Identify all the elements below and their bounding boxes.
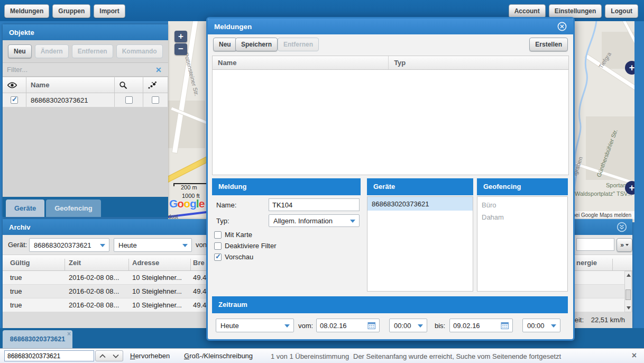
kommando-button[interactable]: Kommando: [116, 44, 163, 58]
name-column-header[interactable]: Name: [26, 77, 115, 93]
zeitraum-preset-select[interactable]: Heute: [216, 319, 294, 332]
vom-date-field[interactable]: 08.02.16: [316, 319, 380, 332]
einstellungen-button[interactable]: Einstellungen: [549, 4, 602, 18]
dialog-entfernen-button[interactable]: Entfernen: [278, 38, 319, 51]
gruppen-button[interactable]: Gruppen: [52, 4, 90, 18]
geofencing-list-item[interactable]: Büro: [477, 199, 567, 211]
device-tab-label: 868683020373621: [10, 335, 65, 343]
geraete-listbox: 868683020373621: [367, 196, 473, 292]
zoom-in-button[interactable]: +: [174, 31, 187, 42]
eye-icon: [7, 81, 17, 89]
geofencing-list-item[interactable]: Daham: [477, 211, 567, 223]
col-name: Name: [213, 56, 389, 69]
logout-button[interactable]: Logout: [605, 4, 638, 18]
chevron-down-icon: [350, 220, 355, 223]
archiv-scrollbar[interactable]: [624, 271, 632, 312]
highlight-all-toggle[interactable]: Hervorheben: [130, 352, 170, 360]
dialog-titlebar[interactable]: Meldungen: [208, 19, 573, 34]
chevron-down-icon: [284, 324, 290, 328]
col-breite-clipped: Bre: [193, 259, 205, 267]
tab-geofencing[interactable]: Geofencing: [46, 199, 101, 217]
scrollbar-thumb[interactable]: [625, 289, 631, 300]
map-attribution[interactable]: bei Google Maps melden: [569, 211, 634, 219]
meldung-name-input[interactable]: [269, 198, 360, 211]
scroll-up-icon[interactable]: [627, 274, 631, 277]
vom-time-select[interactable]: 00:00: [389, 319, 427, 332]
account-button[interactable]: Account: [509, 4, 546, 18]
device-row[interactable]: 868683020373621: [3, 93, 168, 107]
col-adresse: Adresse: [132, 259, 159, 267]
google-logo: Google: [169, 197, 204, 210]
typ-select[interactable]: Allgem. Information: [269, 214, 360, 227]
device-select[interactable]: 868683020373621: [29, 238, 109, 252]
bis-time-select[interactable]: 00:00: [522, 319, 560, 332]
collapse-panel-icon[interactable]: [617, 222, 627, 234]
entfernen-button[interactable]: Entfernen: [72, 44, 113, 58]
aendern-button[interactable]: Ändern: [35, 44, 69, 58]
archiv-panel-title: Archiv: [9, 223, 30, 231]
vorschau-checkbox[interactable]: [214, 253, 222, 261]
find-status-message: Der Seitenanfang wurde erreicht, Suche v…: [353, 352, 561, 360]
calendar-icon[interactable]: [367, 322, 376, 330]
find-previous-button[interactable]: [95, 350, 109, 361]
meldungen-table: Name Typ: [212, 56, 569, 175]
more-columns-button[interactable]: »: [617, 238, 632, 252]
map-zoom-control: + −: [174, 31, 187, 56]
dialog-erstellen-button[interactable]: Erstellen: [529, 38, 568, 51]
find-next-button[interactable]: [109, 350, 123, 361]
col-typ: Typ: [389, 56, 568, 69]
vorschau-option[interactable]: Vorschau: [214, 253, 253, 261]
bis-date-field[interactable]: 09.02.16: [449, 319, 513, 332]
dialog-title: Meldungen: [214, 23, 252, 31]
chevron-down-icon: [551, 324, 556, 328]
mit-karte-checkbox[interactable]: [214, 231, 222, 239]
chevron-up-icon: [99, 354, 106, 358]
objekte-table-header: Name: [3, 77, 168, 93]
deaktiviere-filter-option[interactable]: Deaktiviere Filter: [214, 242, 277, 250]
bis-label: bis:: [435, 322, 445, 330]
device-name: 868683020373621: [26, 93, 115, 107]
dialog-speichern-button[interactable]: Speichern: [235, 38, 278, 51]
clear-filter-icon[interactable]: ✕: [155, 66, 168, 74]
device-tab[interactable]: 868683020373621 ×: [3, 330, 72, 348]
follow-column-header[interactable]: [115, 77, 143, 93]
deaktiviere-filter-checkbox[interactable]: [214, 242, 222, 250]
dialog-toolbar: Neu Speichern Entfernen Erstellen: [208, 34, 573, 55]
tab-geraete[interactable]: Geräte: [6, 199, 44, 217]
geraet-label: Gerät:: [8, 241, 27, 249]
meldungen-button[interactable]: Meldungen: [4, 4, 49, 18]
trace-column-header[interactable]: [143, 77, 168, 93]
meldung-section-header: Meldung: [212, 178, 361, 195]
find-input[interactable]: [4, 350, 94, 361]
scroll-down-icon[interactable]: [627, 306, 631, 310]
col-energie-clipped: nergie: [576, 259, 597, 267]
dialog-neu-button[interactable]: Neu: [213, 38, 237, 51]
col-zeit: Zeit: [69, 259, 81, 267]
range-select[interactable]: Heute: [114, 238, 192, 252]
trace-checkbox[interactable]: [152, 96, 159, 104]
mit-karte-option[interactable]: Mit Karte: [214, 231, 252, 239]
neu-button[interactable]: Neu: [8, 44, 32, 58]
match-case-toggle[interactable]: Groß-/Kleinschreibung: [184, 352, 253, 360]
tab-close-icon[interactable]: ×: [67, 330, 71, 338]
match-count: 1 von 1 Übereinstimmung: [271, 352, 349, 360]
speed-value: 22,51 km/h: [591, 316, 625, 324]
import-button[interactable]: Import: [94, 4, 125, 18]
visibility-checkbox[interactable]: [11, 96, 18, 104]
follow-checkbox[interactable]: [125, 96, 133, 104]
vom-label: vom:: [298, 322, 313, 330]
chevron-down-icon: [625, 244, 629, 246]
meldungen-dialog: Meldungen Neu Speichern Entfernen Erstel…: [206, 17, 575, 341]
calendar-icon[interactable]: [501, 322, 509, 330]
close-icon[interactable]: [557, 22, 567, 33]
search-icon: [119, 81, 127, 89]
visibility-column-header[interactable]: [3, 77, 26, 93]
find-close-icon[interactable]: ×: [632, 351, 637, 360]
zeitraum-section-header: Zeitraum: [212, 296, 568, 313]
objekte-panel: Objekte Neu Ändern Entfernen Kommando ✕ …: [3, 24, 168, 217]
zoom-out-button[interactable]: −: [174, 43, 187, 55]
geraete-list-item[interactable]: 868683020373621: [367, 197, 473, 211]
filter-input[interactable]: [3, 66, 155, 74]
meldungen-table-header[interactable]: Name Typ: [213, 56, 568, 70]
archiv-toolbar-field-partial[interactable]: [576, 238, 614, 251]
